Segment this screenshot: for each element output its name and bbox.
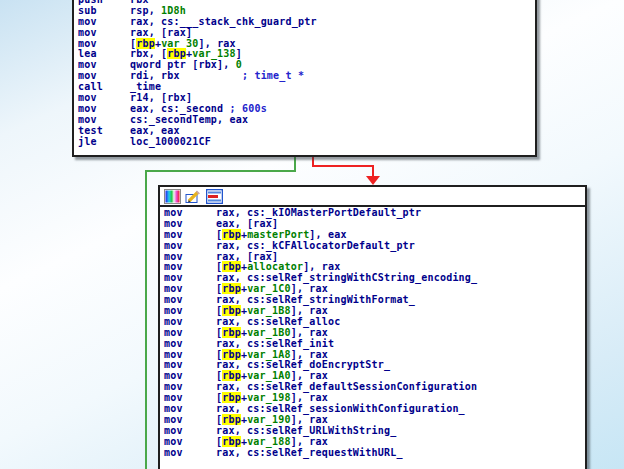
asm-token: ; time_t * [180, 70, 304, 81]
asm-token: _time [130, 81, 161, 92]
disassembly-listing: movrax, cs:_kIOMasterPortDefault_ptrmove… [160, 207, 585, 458]
asm-token: ] [236, 48, 242, 59]
disassembly-listing: pushrbxsubrsp, 1D8hmovrax, cs:___stack_c… [74, 0, 535, 147]
asm-token: ], rax [291, 436, 328, 447]
asm-token: loc_1000021CF [130, 136, 211, 147]
asm-token: rax, cs:selRef_stringWithFormat_ [216, 294, 415, 305]
asm-token: rax, cs:selRef_init [216, 338, 334, 349]
asm-token: var_190 [247, 414, 291, 425]
branch-false-arrowhead-icon [366, 176, 380, 185]
asm-mnemonic: test [78, 126, 130, 137]
asm-token: ], rax [291, 327, 328, 338]
asm-token: ], rax [198, 38, 235, 49]
asm-token: ], rax [303, 261, 340, 272]
asm-token: ], rax [291, 283, 328, 294]
asm-token: var_1B0 [247, 327, 291, 338]
asm-token: ], eax [309, 229, 346, 240]
asm-mnemonic: mov [164, 437, 216, 448]
asm-token: ], rax [291, 305, 328, 316]
asm-token: r14, [rbx] [130, 92, 192, 103]
asm-token: rbp [136, 38, 155, 49]
asm-token: masterPort [247, 229, 309, 240]
asm-token: rbp [222, 349, 241, 360]
asm-token: rax, cs:_kCFAllocatorDefault_ptr [216, 240, 415, 251]
asm-token: var_1B8 [247, 305, 291, 316]
asm-token: rbp [222, 392, 241, 403]
asm-token: qword ptr [rbx], [130, 59, 236, 70]
asm-mnemonic: mov [164, 339, 216, 350]
asm-token: var_198 [247, 392, 291, 403]
node-color-icon[interactable] [164, 189, 181, 204]
asm-mnemonic: mov [164, 448, 216, 459]
asm-token: rax, cs:selRef_doEncryptStr_ [216, 359, 390, 370]
asm-mnemonic: mov [164, 241, 216, 252]
asm-token: ], rax [291, 349, 328, 360]
asm-line[interactable]: jleloc_1000021CF [78, 137, 535, 148]
asm-token: rsp, [130, 5, 161, 16]
asm-line[interactable]: movrax, cs:selRef_init [164, 339, 585, 350]
asm-token: var_30 [161, 38, 198, 49]
asm-token: ], rax [291, 370, 328, 381]
asm-token: rax, cs:selRef_URLWithString_ [216, 425, 396, 436]
asm-token: rbp [222, 261, 241, 272]
asm-token: ], rax [291, 392, 328, 403]
asm-token: rax, cs:selRef_alloc [216, 316, 340, 327]
asm-token: allocator [247, 261, 303, 272]
asm-mnemonic: mov [78, 28, 130, 39]
asm-token: rbp [222, 327, 241, 338]
asm-token: 1D8h [161, 5, 186, 16]
asm-token: rax, cs:selRef_stringWithCString_encodin… [216, 272, 477, 283]
asm-token: var_1C0 [247, 283, 291, 294]
asm-mnemonic: jle [78, 137, 130, 148]
asm-token: rbp [222, 414, 241, 425]
group-nodes-icon[interactable] [206, 189, 223, 204]
asm-token: rbp [222, 283, 241, 294]
asm-line[interactable]: movrax, [rax] [78, 28, 535, 39]
asm-token: rbp [222, 305, 241, 316]
asm-token: rax, cs:selRef_sessionWithConfiguration_ [216, 403, 465, 414]
asm-token: var_138 [192, 48, 236, 59]
asm-token: rbx, [ [130, 48, 167, 59]
asm-token: 0 [236, 59, 242, 70]
asm-line[interactable]: movrax, cs:selRef_requestWithURL_ [164, 448, 585, 459]
asm-token: cs:_secondTemp, eax [130, 114, 248, 125]
asm-token: rbp [222, 370, 241, 381]
asm-token: rax, cs:selRef_requestWithURL_ [216, 447, 403, 458]
asm-token: rbp [222, 229, 241, 240]
asm-token: var_188 [247, 436, 291, 447]
edit-node-icon[interactable] [185, 189, 202, 204]
asm-token: var_1A8 [247, 349, 291, 360]
asm-token: ; 600s [230, 103, 267, 114]
asm-token: eax, cs:_second [130, 103, 230, 114]
asm-token: rbp [167, 48, 186, 59]
asm-token: var_1A0 [247, 370, 291, 381]
asm-token: rax, cs:selRef_defaultSessionConfigurati… [216, 381, 477, 392]
asm-token: rax, cs:___stack_chk_guard_ptr [130, 16, 317, 27]
branch-false-edge [312, 165, 374, 167]
asm-token: rax, [rax] [216, 251, 278, 262]
node-toolbar [160, 187, 585, 207]
asm-token: ], rax [291, 414, 328, 425]
asm-token: rax, cs:_kIOMasterPortDefault_ptr [216, 207, 421, 218]
asm-token: rax, [rax] [130, 27, 192, 38]
branch-true-edge [145, 170, 147, 469]
basic-block-node-bottom[interactable]: movrax, cs:_kIOMasterPortDefault_ptrmove… [158, 185, 587, 469]
asm-token: eax, [rax] [216, 218, 278, 229]
basic-block-node-top[interactable]: pushrbxsubrsp, 1D8hmovrax, cs:___stack_c… [72, 0, 537, 157]
asm-token: eax, eax [130, 125, 180, 136]
asm-token: rbp [222, 436, 241, 447]
branch-true-edge [145, 170, 296, 172]
asm-token: rdi, rbx [130, 70, 180, 81]
graph-view-canvas[interactable]: pushrbxsubrsp, 1D8hmovrax, cs:___stack_c… [0, 0, 624, 469]
